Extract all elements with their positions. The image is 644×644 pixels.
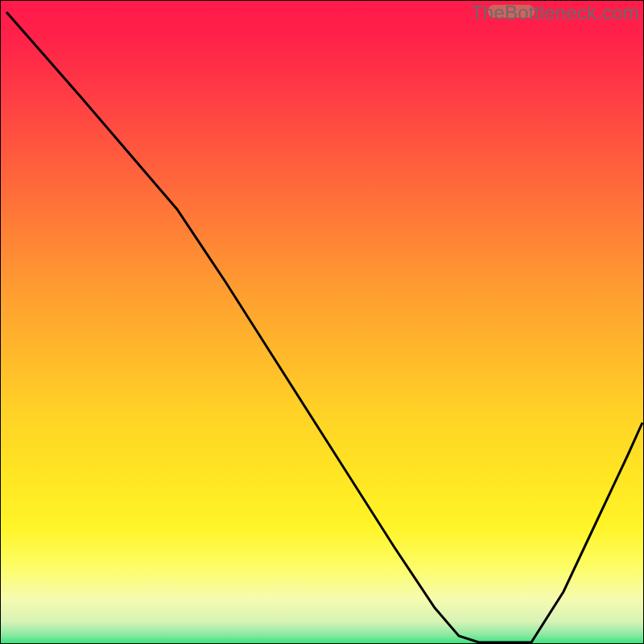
bottleneck-curve — [6, 12, 642, 642]
chart-line-plot — [0, 0, 644, 644]
watermark-text: TheBottleneck.com — [471, 2, 639, 24]
